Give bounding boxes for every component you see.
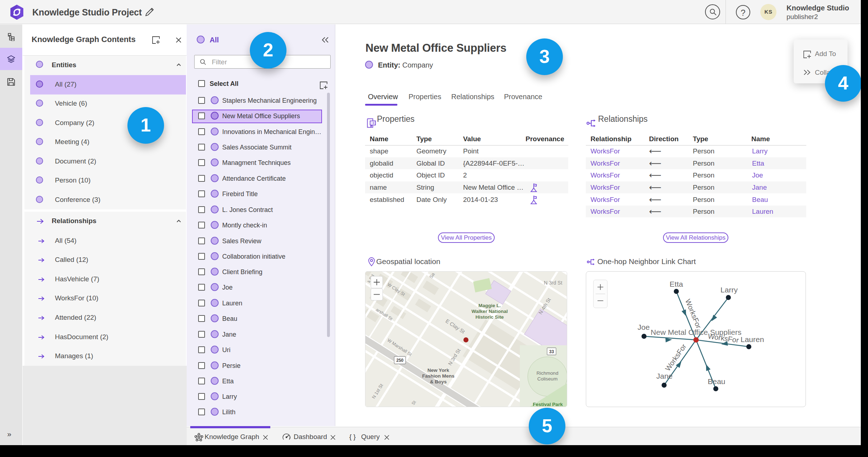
svg-text:& Boys: & Boys	[430, 379, 447, 384]
svg-text:250: 250	[396, 358, 403, 363]
svg-text:WorksFor: WorksFor	[684, 298, 703, 330]
svg-text:Joe: Joe	[638, 323, 650, 331]
svg-text:Beau: Beau	[708, 377, 725, 386]
svg-text:Lauren: Lauren	[741, 335, 764, 343]
svg-text:Maggie L.: Maggie L.	[479, 303, 501, 308]
svg-text:Fashion Mens: Fashion Mens	[422, 373, 454, 379]
svg-text:Coliseum: Coliseum	[537, 376, 557, 382]
svg-text:Historic Site: Historic Site	[476, 314, 504, 320]
svg-text:Etta: Etta	[669, 280, 683, 288]
svg-text:Walker National: Walker National	[472, 309, 508, 314]
svg-text:Festival Park: Festival Park	[533, 402, 563, 407]
svg-text:Richmond: Richmond	[537, 370, 559, 376]
svg-text:Larry: Larry	[720, 286, 738, 294]
svg-text:N 3rd St: N 3rd St	[544, 280, 562, 286]
svg-text:Jane: Jane	[656, 372, 673, 380]
svg-text:33: 33	[549, 349, 554, 354]
svg-text:New York: New York	[428, 368, 449, 373]
